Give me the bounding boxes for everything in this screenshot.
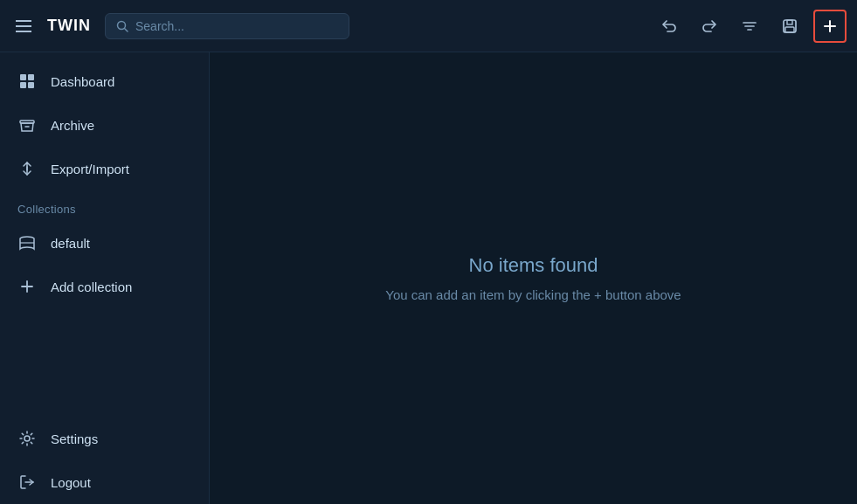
logout-icon — [17, 473, 37, 492]
svg-rect-7 — [785, 27, 794, 32]
empty-state: No items found You can add an item by cl… — [385, 254, 681, 302]
sidebar-item-label-add-collection: Add collection — [51, 280, 132, 294]
empty-state-title: No items found — [385, 254, 681, 277]
sidebar-item-settings[interactable]: Settings — [0, 417, 209, 460]
collection-icon — [17, 233, 37, 252]
svg-rect-13 — [28, 82, 34, 88]
archive-icon — [17, 115, 37, 135]
main-content: No items found You can add an item by cl… — [210, 52, 857, 504]
filter-button[interactable] — [733, 10, 766, 43]
sidebar-item-default-collection[interactable]: default — [0, 221, 209, 265]
collections-section-label: Collections — [0, 190, 209, 221]
add-collection-icon — [17, 277, 37, 296]
sidebar-item-logout[interactable]: Logout — [0, 460, 209, 504]
sidebar-item-label-export-import: Export/Import — [51, 162, 129, 176]
sidebar-item-label-logout: Logout — [51, 475, 91, 490]
sidebar-item-label-settings: Settings — [51, 432, 98, 446]
svg-rect-11 — [28, 74, 34, 80]
sidebar: Dashboard Archive — [0, 52, 210, 504]
search-input[interactable] — [135, 19, 338, 33]
empty-state-desc: You can add an item by clicking the + bu… — [385, 287, 681, 302]
sidebar-item-label-archive: Archive — [51, 118, 94, 133]
sidebar-bottom: Settings Logout — [0, 417, 209, 504]
svg-line-1 — [124, 28, 128, 31]
app-logo: TWIN — [47, 17, 91, 35]
add-button[interactable] — [813, 10, 847, 43]
sidebar-item-label-dashboard: Dashboard — [51, 74, 114, 89]
sidebar-item-dashboard[interactable]: Dashboard — [0, 59, 209, 103]
sidebar-nav: Dashboard Archive — [0, 52, 209, 315]
settings-icon — [17, 429, 37, 448]
sidebar-item-label-default: default — [51, 236, 90, 251]
menu-icon[interactable] — [10, 15, 37, 38]
sidebar-item-archive[interactable]: Archive — [0, 103, 209, 147]
svg-point-21 — [24, 436, 30, 441]
export-import-icon — [17, 159, 37, 178]
sidebar-item-export-import[interactable]: Export/Import — [0, 147, 209, 190]
svg-rect-10 — [20, 74, 26, 80]
header: TWIN — [0, 0, 857, 52]
redo-button[interactable] — [693, 10, 726, 43]
sidebar-item-add-collection[interactable]: Add collection — [0, 265, 209, 308]
undo-button[interactable] — [653, 10, 686, 43]
search-bar[interactable] — [105, 13, 349, 39]
main-layout: Dashboard Archive — [0, 52, 857, 504]
dashboard-icon — [17, 72, 37, 91]
save-button[interactable] — [773, 10, 806, 43]
search-icon — [116, 20, 128, 32]
header-actions — [653, 10, 847, 43]
svg-rect-12 — [20, 82, 26, 88]
